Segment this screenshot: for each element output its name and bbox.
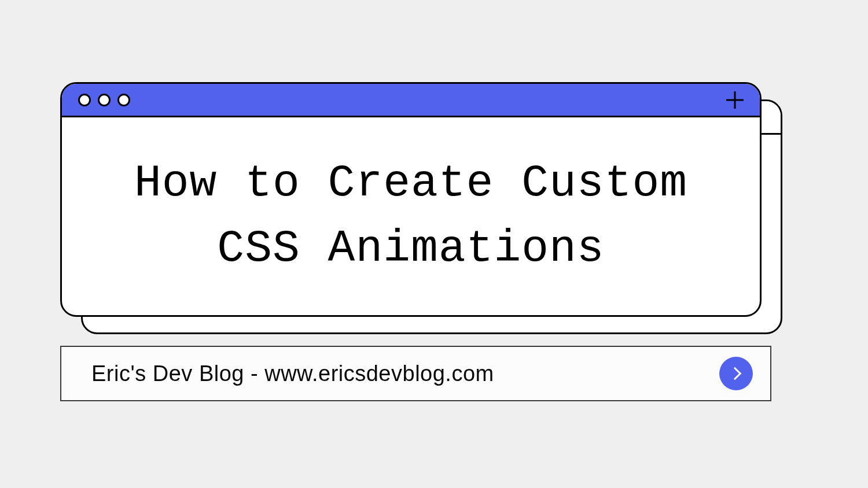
address-text: Eric's Dev Blog - www.ericsdevblog.com [91, 361, 494, 386]
plus-icon[interactable] [726, 91, 744, 109]
window-title-bar [62, 84, 760, 117]
browser-window: How to Create Custom CSS Animations [60, 82, 762, 317]
window-content: How to Create Custom CSS Animations [62, 117, 760, 315]
page-title: How to Create Custom CSS Animations [85, 151, 737, 282]
go-button[interactable] [719, 357, 753, 390]
window-controls [78, 94, 130, 106]
minimize-dot-icon[interactable] [98, 94, 111, 106]
close-dot-icon[interactable] [78, 94, 91, 106]
address-bar[interactable]: Eric's Dev Blog - www.ericsdevblog.com [60, 346, 771, 401]
maximize-dot-icon[interactable] [117, 94, 130, 106]
chevron-right-icon [729, 367, 742, 380]
